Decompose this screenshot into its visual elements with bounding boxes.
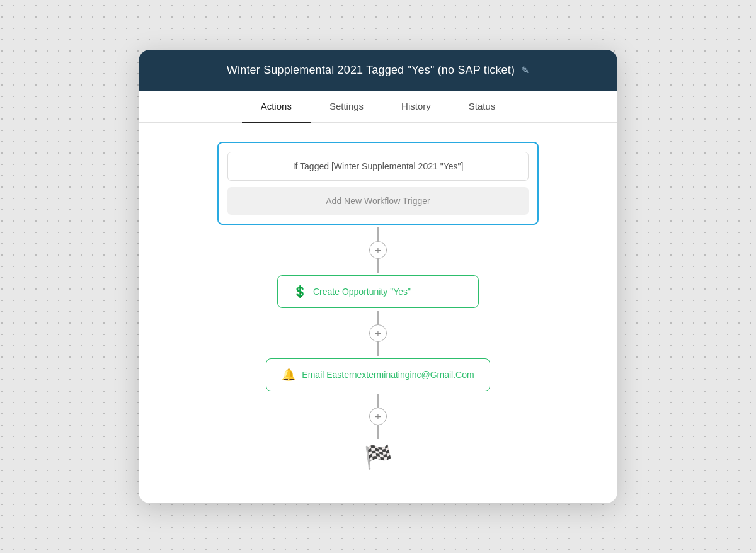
add-trigger-button[interactable]: Add New Workflow Trigger: [227, 187, 529, 215]
plus-icon-3: +: [375, 411, 381, 422]
card-header: Winter Supplemental 2021 Tagged "Yes" (n…: [139, 50, 617, 91]
add-action-button-1[interactable]: +: [369, 241, 387, 259]
email-icon: 🔔: [282, 368, 295, 382]
tab-status[interactable]: Status: [450, 91, 515, 123]
tab-history[interactable]: History: [382, 91, 450, 123]
plus-icon-1: +: [375, 245, 381, 256]
add-action-button-2[interactable]: +: [369, 324, 387, 342]
connector-1: +: [369, 227, 387, 273]
opportunity-icon: 💲: [293, 285, 307, 299]
connector-line-1b: [377, 259, 379, 273]
finish-flag: 🏁: [364, 444, 392, 470]
connector-line-2b: [377, 342, 379, 356]
content-area: If Tagged [Winter Supplemental 2021 "Yes…: [139, 123, 617, 496]
trigger-block: If Tagged [Winter Supplemental 2021 "Yes…: [217, 142, 539, 225]
tab-bar: Actions Settings History Status: [139, 91, 617, 123]
tab-actions[interactable]: Actions: [242, 91, 311, 123]
connector-line-3b: [377, 425, 379, 439]
main-card: Winter Supplemental 2021 Tagged "Yes" (n…: [139, 50, 617, 503]
connector-line-3: [377, 394, 379, 408]
tab-settings[interactable]: Settings: [311, 91, 382, 123]
connector-3: +: [369, 394, 387, 439]
add-action-button-3[interactable]: +: [369, 408, 387, 425]
edit-icon[interactable]: ✎: [521, 64, 529, 76]
action-card-label-0: Create Opportunity "Yes": [313, 287, 411, 297]
connector-line-2: [377, 311, 379, 324]
connector-line-1: [377, 227, 379, 241]
workflow-title: Winter Supplemental 2021 Tagged "Yes" (n…: [227, 64, 515, 77]
plus-icon-2: +: [375, 328, 381, 339]
connector-2: +: [369, 311, 387, 356]
action-card-0[interactable]: 💲 Create Opportunity "Yes": [277, 275, 479, 308]
trigger-condition[interactable]: If Tagged [Winter Supplemental 2021 "Yes…: [227, 152, 529, 181]
action-card-1[interactable]: 🔔 Email Easternexterminatinginc@Gmail.Co…: [266, 358, 490, 391]
action-card-label-1: Email Easternexterminatinginc@Gmail.Com: [302, 370, 474, 380]
